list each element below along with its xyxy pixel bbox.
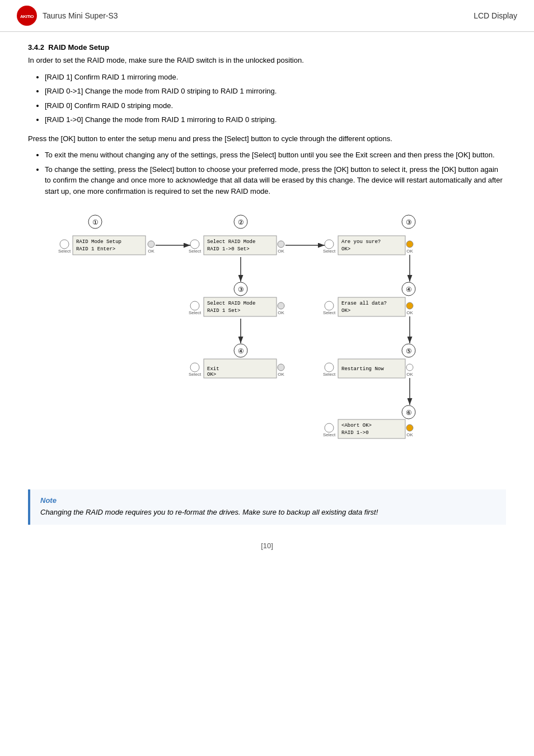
bullets-list-2: To exit the menu without changing any of…: [28, 150, 506, 197]
svg-text:OK>: OK>: [207, 372, 216, 377]
svg-text:Are you sure?: Are you sure?: [341, 239, 381, 245]
svg-text:Select RAID Mode: Select RAID Mode: [207, 239, 255, 245]
svg-point-57: [190, 363, 199, 372]
list-item: [RAID 0] Confirm RAID 0 striping mode.: [45, 100, 506, 111]
section-intro: In order to set the RAID mode, make sure…: [28, 55, 506, 66]
svg-text:Exit: Exit: [207, 366, 219, 372]
header-product-title: Taurus Mini Super-S3: [43, 11, 118, 20]
svg-point-37: [190, 301, 199, 310]
svg-text:Select: Select: [323, 310, 336, 315]
svg-text:OK: OK: [278, 372, 284, 377]
svg-point-50: [406, 302, 413, 309]
svg-point-65: [325, 363, 334, 372]
list-item: [RAID 1->0] Change the mode from RAID 1 …: [45, 114, 506, 125]
svg-text:AKiTiO: AKiTiO: [20, 14, 34, 19]
note-text: Changing the RAID mode requires you to r…: [40, 507, 496, 518]
svg-point-9: [60, 240, 69, 249]
svg-text:OK>: OK>: [341, 308, 350, 314]
svg-point-74: [325, 423, 334, 432]
section-heading: 3.4.2 RAID Mode Setup: [28, 43, 506, 52]
svg-text:OK: OK: [148, 249, 154, 254]
svg-text:Restarting Now: Restarting Now: [341, 366, 384, 372]
svg-text:OK>: OK>: [341, 246, 350, 252]
svg-text:Select: Select: [189, 249, 202, 254]
svg-point-25: [325, 240, 334, 249]
svg-text:Select: Select: [323, 432, 336, 437]
svg-text:OK: OK: [406, 310, 413, 315]
svg-text:Erase all data?: Erase all data?: [341, 301, 387, 306]
svg-text:OK: OK: [406, 372, 413, 377]
svg-text:⑥: ⑥: [406, 409, 412, 417]
svg-text:④: ④: [238, 347, 244, 355]
svg-point-45: [325, 301, 334, 310]
page: AKiTiO Taurus Mini Super-S3 LCD Display …: [0, 0, 534, 756]
svg-point-42: [278, 302, 284, 309]
list-item: [RAID 1] Confirm RAID 1 mirroring mode.: [45, 72, 506, 83]
svg-text:RAID 1      Set>: RAID 1 Set>: [207, 308, 240, 314]
svg-text:OK: OK: [278, 249, 284, 254]
page-number: [10]: [28, 542, 506, 550]
svg-text:Select: Select: [323, 249, 336, 254]
svg-text:Select: Select: [189, 372, 202, 377]
svg-text:RAID 1->0   Set>: RAID 1->0 Set>: [207, 246, 250, 252]
diagram-svg: ① ② ③ Select RAID Mode Setup RAID 1 Ente…: [28, 208, 509, 477]
note-title: Note: [40, 496, 496, 505]
svg-point-22: [278, 241, 284, 248]
svg-text:OK: OK: [406, 432, 413, 437]
list-item: To exit the menu without changing any of…: [45, 150, 506, 161]
svg-text:Select: Select: [189, 310, 202, 315]
content-area: 3.4.2 RAID Mode Setup In order to set th…: [0, 32, 534, 567]
svg-text:OK: OK: [406, 249, 413, 254]
svg-text:Select: Select: [58, 249, 71, 254]
svg-point-17: [190, 240, 199, 249]
svg-text:<Abort        OK>: <Abort OK>: [341, 423, 372, 428]
svg-text:Select RAID Mode: Select RAID Mode: [207, 301, 255, 306]
svg-point-14: [148, 241, 154, 248]
svg-text:OK: OK: [278, 310, 284, 315]
svg-point-30: [406, 241, 413, 248]
svg-text:④: ④: [406, 286, 412, 293]
svg-point-79: [406, 424, 413, 431]
list-item: [RAID 0->1] Change the mode from RAID 0 …: [45, 86, 506, 97]
svg-point-62: [278, 364, 284, 371]
diagram-area: ① ② ③ Select RAID Mode Setup RAID 1 Ente…: [28, 208, 506, 478]
header-section-label: LCD Display: [474, 11, 517, 20]
svg-text:RAID Mode Setup: RAID Mode Setup: [76, 239, 121, 245]
svg-text:Select: Select: [323, 372, 336, 377]
svg-point-69: [406, 364, 413, 371]
svg-text:③: ③: [238, 286, 244, 293]
section-para2: Press the [OK] button to enter the setup…: [28, 133, 506, 144]
bullets-list-1: [RAID 1] Confirm RAID 1 mirroring mode. …: [28, 72, 506, 125]
svg-text:RAID 1->0: RAID 1->0: [341, 430, 369, 436]
svg-text:③: ③: [406, 218, 412, 226]
note-box: Note Changing the RAID mode requires you…: [28, 489, 506, 525]
svg-text:①: ①: [92, 218, 99, 226]
svg-text:②: ②: [238, 218, 244, 226]
header-left: AKiTiO Taurus Mini Super-S3: [17, 6, 118, 26]
svg-text:⑤: ⑤: [406, 347, 412, 355]
logo-icon: AKiTiO: [17, 6, 37, 26]
svg-text:RAID 1    Enter>: RAID 1 Enter>: [76, 246, 115, 252]
list-item: To change the setting, press the [Select…: [45, 164, 506, 197]
header: AKiTiO Taurus Mini Super-S3 LCD Display: [0, 0, 534, 32]
